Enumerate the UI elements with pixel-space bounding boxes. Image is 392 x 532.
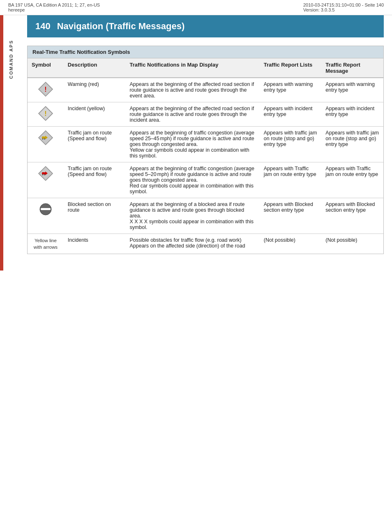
sidebar-label: COMAND APS xyxy=(9,40,14,79)
col-header-report-message: Traffic Report Message xyxy=(321,58,383,78)
table-row: Traffic jam on route (Speed and flow)App… xyxy=(28,162,383,198)
table-section-title: Real-Time Traffic Notification Symbols xyxy=(28,46,383,58)
symbol-text: Yellow line with arrows xyxy=(34,238,58,250)
svg-text:!: ! xyxy=(44,86,46,93)
description-cell: Incidents xyxy=(64,234,126,254)
report-message-cell: Appears with Blocked section entry type xyxy=(321,198,383,234)
table-row: Traffic jam on route (Speed and flow)App… xyxy=(28,127,383,162)
page-number: 140 xyxy=(35,21,51,32)
svg-point-16 xyxy=(42,174,43,176)
table-row: ! Incident (yellow)Appears at the beginn… xyxy=(28,102,383,127)
symbol-cell: ! xyxy=(28,78,64,102)
notifications-cell: Possible obstacles for traffic flow (e.g… xyxy=(125,234,259,254)
symbol-cell xyxy=(28,198,64,234)
report-message-cell: Appears with incident entry type xyxy=(321,102,383,127)
symbol-cell xyxy=(28,162,64,198)
description-cell: Warning (red) xyxy=(64,78,126,102)
notifications-cell: Appears at the beginning of the affected… xyxy=(125,78,259,102)
symbol-cell: ! xyxy=(28,102,64,127)
svg-point-10 xyxy=(42,139,43,140)
report-lists-cell: (Not possible) xyxy=(260,234,322,254)
left-sidebar: COMAND APS xyxy=(3,15,19,271)
col-header-notifications: Traffic Notifications in Map Display xyxy=(125,58,259,78)
page-header: 140 Navigation (Traffic Messages) xyxy=(27,15,384,37)
traffic-symbols-table: Symbol Description Traffic Notifications… xyxy=(28,58,383,254)
svg-rect-8 xyxy=(42,136,45,139)
table-row: ! Warning (red)Appears at the beginning … xyxy=(28,78,383,102)
report-lists-cell: Appears with warning entry type xyxy=(260,78,322,102)
notifications-cell: Appears at the beginning of traffic cong… xyxy=(125,127,259,162)
notifications-cell: Appears at the beginning of a blocked ar… xyxy=(125,198,259,234)
report-message-cell: Appears with traffic jam on route (stop … xyxy=(321,127,383,162)
report-lists-cell: Appears with traffic jam on route (stop … xyxy=(260,127,322,162)
report-lists-cell: Appears with Traffic jam on route entry … xyxy=(260,162,322,198)
svg-text:!: ! xyxy=(44,110,46,117)
report-message-cell: Appears with warning entry type xyxy=(321,78,383,102)
red-accent-bar xyxy=(0,15,3,271)
report-message-cell: Appears with Traffic jam on route entry … xyxy=(321,162,383,198)
svg-rect-14 xyxy=(42,172,45,174)
meta-left: BA 197 USA, CA Edition A 2011; 1; 27, en… xyxy=(8,2,100,12)
description-cell: Traffic jam on route (Speed and flow) xyxy=(64,127,126,162)
description-cell: Traffic jam on route (Speed and flow) xyxy=(64,162,126,198)
symbol-cell: Yellow line with arrows xyxy=(28,234,64,254)
report-message-cell: (Not possible) xyxy=(321,234,383,254)
table-section: Real-Time Traffic Notification Symbols S… xyxy=(27,46,384,254)
table-row: Yellow line with arrowsIncidentsPossible… xyxy=(28,234,383,254)
meta-right: 2010-03-24T15:31:10+01:00 - Seite 140Ver… xyxy=(303,2,384,12)
svg-rect-19 xyxy=(41,208,51,210)
col-header-description: Description xyxy=(64,58,126,78)
table-row: Blocked section on routeAppears at the b… xyxy=(28,198,383,234)
svg-point-17 xyxy=(44,174,45,176)
report-lists-cell: Appears with incident entry type xyxy=(260,102,322,127)
description-cell: Blocked section on route xyxy=(64,198,126,234)
svg-point-11 xyxy=(44,139,45,140)
notifications-cell: Appears at the beginning of the affected… xyxy=(125,102,259,127)
notifications-cell: Appears at the beginning of traffic cong… xyxy=(125,162,259,198)
page-title: Navigation (Traffic Messages) xyxy=(57,21,185,32)
col-header-report-lists: Traffic Report Lists xyxy=(260,58,322,78)
meta-bar: BA 197 USA, CA Edition A 2011; 1; 27, en… xyxy=(0,0,392,15)
symbol-cell xyxy=(28,127,64,162)
col-header-symbol: Symbol xyxy=(28,58,64,78)
main-content: 140 Navigation (Traffic Messages) Real-T… xyxy=(19,15,392,271)
report-lists-cell: Appears with Blocked section entry type xyxy=(260,198,322,234)
description-cell: Incident (yellow) xyxy=(64,102,126,127)
